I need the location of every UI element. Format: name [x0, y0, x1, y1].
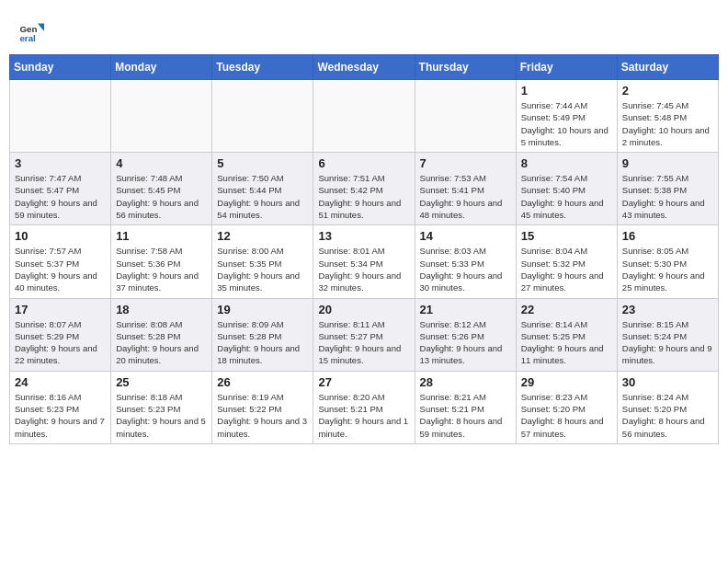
- calendar-week-row: 17Sunrise: 8:07 AMSunset: 5:29 PMDayligh…: [10, 298, 719, 371]
- day-number: 9: [622, 156, 713, 170]
- day-number: 12: [217, 229, 308, 243]
- calendar-cell: 28Sunrise: 8:21 AMSunset: 5:21 PMDayligh…: [415, 371, 516, 443]
- day-info: Sunrise: 8:15 AMSunset: 5:24 PMDaylight:…: [622, 318, 713, 367]
- calendar-cell: 22Sunrise: 8:14 AMSunset: 5:25 PMDayligh…: [516, 298, 617, 371]
- day-number: 22: [521, 303, 612, 316]
- calendar-cell: 4Sunrise: 7:48 AMSunset: 5:45 PMDaylight…: [111, 153, 212, 225]
- day-info: Sunrise: 7:54 AMSunset: 5:40 PMDaylight:…: [521, 172, 612, 221]
- calendar-cell: 3Sunrise: 7:47 AMSunset: 5:47 PMDaylight…: [10, 153, 111, 225]
- day-info: Sunrise: 7:44 AMSunset: 5:49 PMDaylight:…: [521, 99, 612, 148]
- calendar-cell: 1Sunrise: 7:44 AMSunset: 5:49 PMDaylight…: [516, 80, 617, 153]
- svg-marker-2: [38, 24, 44, 31]
- calendar-cell: 6Sunrise: 7:51 AMSunset: 5:42 PMDaylight…: [313, 153, 415, 225]
- calendar-week-row: 24Sunrise: 8:16 AMSunset: 5:23 PMDayligh…: [10, 371, 719, 443]
- day-number: 24: [15, 375, 106, 389]
- day-info: Sunrise: 7:57 AMSunset: 5:37 PMDaylight:…: [15, 245, 106, 293]
- weekday-header-thursday: Thursday: [415, 55, 516, 80]
- calendar-cell: 23Sunrise: 8:15 AMSunset: 5:24 PMDayligh…: [617, 298, 718, 371]
- day-number: 5: [217, 156, 308, 170]
- day-number: 6: [318, 156, 409, 170]
- day-info: Sunrise: 8:12 AMSunset: 5:26 PMDaylight:…: [420, 318, 511, 367]
- calendar-cell: 5Sunrise: 7:50 AMSunset: 5:44 PMDaylight…: [212, 153, 313, 225]
- calendar-cell: 16Sunrise: 8:05 AMSunset: 5:30 PMDayligh…: [617, 225, 718, 298]
- day-info: Sunrise: 8:03 AMSunset: 5:33 PMDaylight:…: [420, 245, 511, 293]
- calendar-cell: 2Sunrise: 7:45 AMSunset: 5:48 PMDaylight…: [617, 80, 718, 153]
- day-number: 25: [116, 375, 207, 389]
- calendar-cell: 10Sunrise: 7:57 AMSunset: 5:37 PMDayligh…: [10, 225, 111, 298]
- day-info: Sunrise: 7:58 AMSunset: 5:36 PMDaylight:…: [116, 245, 207, 293]
- day-info: Sunrise: 8:09 AMSunset: 5:28 PMDaylight:…: [217, 318, 308, 367]
- day-info: Sunrise: 8:08 AMSunset: 5:28 PMDaylight:…: [116, 318, 207, 367]
- calendar-week-row: 1Sunrise: 7:44 AMSunset: 5:49 PMDaylight…: [10, 80, 719, 153]
- calendar-cell: 7Sunrise: 7:53 AMSunset: 5:41 PMDaylight…: [415, 153, 516, 225]
- calendar-cell: 17Sunrise: 8:07 AMSunset: 5:29 PMDayligh…: [10, 298, 111, 371]
- day-info: Sunrise: 8:14 AMSunset: 5:25 PMDaylight:…: [521, 318, 612, 367]
- day-info: Sunrise: 8:24 AMSunset: 5:20 PMDaylight:…: [622, 391, 713, 440]
- day-number: 27: [318, 375, 409, 389]
- day-number: 17: [15, 303, 106, 316]
- calendar-cell: 27Sunrise: 8:20 AMSunset: 5:21 PMDayligh…: [313, 371, 415, 443]
- calendar-cell: 25Sunrise: 8:18 AMSunset: 5:23 PMDayligh…: [111, 371, 212, 443]
- day-number: 8: [521, 156, 612, 170]
- calendar-cell: 11Sunrise: 7:58 AMSunset: 5:36 PMDayligh…: [111, 225, 212, 298]
- day-number: 19: [217, 303, 308, 316]
- logo-icon: Gen eral: [18, 18, 44, 44]
- calendar-cell: 14Sunrise: 8:03 AMSunset: 5:33 PMDayligh…: [415, 225, 516, 298]
- calendar-cell: 8Sunrise: 7:54 AMSunset: 5:40 PMDaylight…: [516, 153, 617, 225]
- day-number: 28: [420, 375, 511, 389]
- day-number: 20: [318, 303, 409, 316]
- day-number: 26: [217, 375, 308, 389]
- header: Gen eral: [9, 9, 719, 49]
- calendar-cell: [10, 80, 111, 153]
- calendar-cell: 13Sunrise: 8:01 AMSunset: 5:34 PMDayligh…: [313, 225, 415, 298]
- day-info: Sunrise: 7:55 AMSunset: 5:38 PMDaylight:…: [622, 172, 713, 221]
- calendar-cell: 15Sunrise: 8:04 AMSunset: 5:32 PMDayligh…: [516, 225, 617, 298]
- logo: Gen eral: [18, 18, 48, 44]
- day-info: Sunrise: 8:20 AMSunset: 5:21 PMDaylight:…: [318, 391, 409, 440]
- day-number: 1: [521, 84, 612, 98]
- day-info: Sunrise: 8:05 AMSunset: 5:30 PMDaylight:…: [622, 245, 713, 293]
- calendar-cell: 12Sunrise: 8:00 AMSunset: 5:35 PMDayligh…: [212, 225, 313, 298]
- calendar-cell: 20Sunrise: 8:11 AMSunset: 5:27 PMDayligh…: [313, 298, 415, 371]
- day-info: Sunrise: 8:23 AMSunset: 5:20 PMDaylight:…: [521, 391, 612, 440]
- calendar-cell: 24Sunrise: 8:16 AMSunset: 5:23 PMDayligh…: [10, 371, 111, 443]
- calendar-cell: 26Sunrise: 8:19 AMSunset: 5:22 PMDayligh…: [212, 371, 313, 443]
- day-number: 29: [521, 375, 612, 389]
- day-info: Sunrise: 7:50 AMSunset: 5:44 PMDaylight:…: [217, 172, 308, 221]
- weekday-header-wednesday: Wednesday: [313, 55, 415, 80]
- day-number: 23: [622, 303, 713, 316]
- calendar-cell: 21Sunrise: 8:12 AMSunset: 5:26 PMDayligh…: [415, 298, 516, 371]
- svg-text:eral: eral: [19, 33, 36, 43]
- day-info: Sunrise: 8:18 AMSunset: 5:23 PMDaylight:…: [116, 391, 207, 440]
- day-number: 7: [420, 156, 511, 170]
- calendar-cell: [415, 80, 516, 153]
- day-number: 3: [15, 156, 106, 170]
- calendar-cell: 19Sunrise: 8:09 AMSunset: 5:28 PMDayligh…: [212, 298, 313, 371]
- calendar-cell: [313, 80, 415, 153]
- day-info: Sunrise: 7:53 AMSunset: 5:41 PMDaylight:…: [420, 172, 511, 221]
- day-info: Sunrise: 7:48 AMSunset: 5:45 PMDaylight:…: [116, 172, 207, 221]
- day-info: Sunrise: 8:16 AMSunset: 5:23 PMDaylight:…: [15, 391, 106, 440]
- day-info: Sunrise: 7:51 AMSunset: 5:42 PMDaylight:…: [318, 172, 409, 221]
- calendar-week-row: 3Sunrise: 7:47 AMSunset: 5:47 PMDaylight…: [10, 153, 719, 225]
- day-number: 10: [15, 229, 106, 243]
- weekday-header-saturday: Saturday: [617, 55, 718, 80]
- weekday-header-sunday: Sunday: [10, 55, 111, 80]
- calendar-cell: [212, 80, 313, 153]
- weekday-header-friday: Friday: [516, 55, 617, 80]
- day-info: Sunrise: 7:45 AMSunset: 5:48 PMDaylight:…: [622, 99, 713, 148]
- calendar: SundayMondayTuesdayWednesdayThursdayFrid…: [9, 54, 719, 444]
- weekday-header-row: SundayMondayTuesdayWednesdayThursdayFrid…: [10, 55, 719, 80]
- calendar-cell: 29Sunrise: 8:23 AMSunset: 5:20 PMDayligh…: [516, 371, 617, 443]
- calendar-cell: 30Sunrise: 8:24 AMSunset: 5:20 PMDayligh…: [617, 371, 718, 443]
- day-info: Sunrise: 8:01 AMSunset: 5:34 PMDaylight:…: [318, 245, 409, 293]
- day-number: 30: [622, 375, 713, 389]
- day-info: Sunrise: 8:04 AMSunset: 5:32 PMDaylight:…: [521, 245, 612, 293]
- day-number: 2: [622, 84, 713, 98]
- calendar-cell: 9Sunrise: 7:55 AMSunset: 5:38 PMDaylight…: [617, 153, 718, 225]
- day-number: 14: [420, 229, 511, 243]
- day-info: Sunrise: 8:11 AMSunset: 5:27 PMDaylight:…: [318, 318, 409, 367]
- weekday-header-tuesday: Tuesday: [212, 55, 313, 80]
- day-info: Sunrise: 8:00 AMSunset: 5:35 PMDaylight:…: [217, 245, 308, 293]
- day-number: 15: [521, 229, 612, 243]
